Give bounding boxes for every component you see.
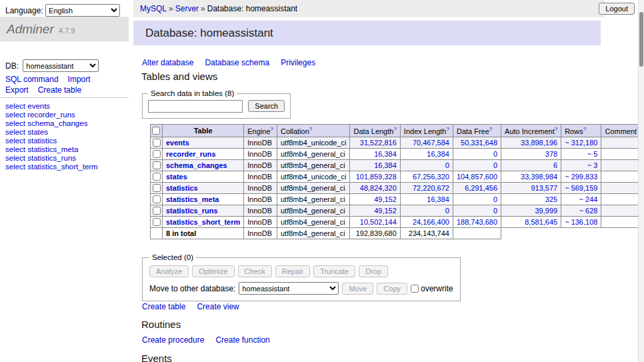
link-create-procedure[interactable]: Create procedure (142, 335, 204, 345)
nav-link-database-schema[interactable]: Database schema (205, 58, 269, 67)
cell-rows-link[interactable]: ~ 299,833 (565, 173, 597, 181)
cell-index-length-link[interactable]: 67,256,320 (413, 173, 449, 181)
help-icon[interactable]: ? (446, 126, 449, 132)
nav-link-alter-database[interactable]: Alter database (142, 58, 193, 67)
cell-rows-link[interactable]: ~ 3 (587, 161, 598, 169)
cell-rows-link[interactable]: ~ 136,108 (565, 218, 597, 226)
cell-index-length-link[interactable]: 70,467,584 (413, 139, 449, 147)
cell-rows-link[interactable]: ~ 244 (579, 195, 598, 203)
sidebar-link-select-statistics-runs[interactable]: select statistics_runs (5, 154, 98, 163)
table-link-events[interactable]: events (166, 139, 189, 147)
repair-button[interactable]: Repair (275, 265, 310, 277)
cell-auto-increment-link[interactable]: 6 (553, 161, 557, 169)
sidebar-link-select-schema-changes[interactable]: select schema_changes (5, 119, 98, 128)
sidebar-action-create-table[interactable]: Create table (38, 85, 81, 95)
language-select[interactable]: English (45, 4, 120, 17)
cell-auto-increment-link[interactable]: 913,577 (531, 184, 557, 192)
cell-index-length-link[interactable]: 24,166,400 (413, 218, 449, 226)
help-icon[interactable]: ? (583, 126, 586, 132)
row-checkbox-statistics_runs[interactable] (153, 207, 161, 215)
cell-auto-increment-link[interactable]: 325 (545, 195, 557, 203)
sidebar-link-select-statistics-short-term[interactable]: select statistics_short_term (5, 163, 98, 171)
cell-auto-increment-link[interactable]: 8,581,645 (525, 218, 557, 226)
app-name[interactable]: Adminer (7, 22, 54, 36)
help-icon[interactable]: ? (393, 126, 396, 132)
scrollbar-thumb[interactable] (639, 12, 643, 67)
truncate-button[interactable]: Truncate (313, 265, 355, 277)
drop-button[interactable]: Drop (359, 265, 388, 277)
help-icon[interactable]: ? (555, 126, 557, 132)
table-link-states[interactable]: states (166, 173, 187, 181)
cell-auto-increment-link[interactable]: 39,999 (535, 207, 558, 215)
logout-button[interactable]: Logout (599, 3, 635, 15)
sidebar-link-select-recorder-runs[interactable]: select recorder_runs (5, 111, 98, 119)
breadcrumb-server-link[interactable]: Server (175, 4, 199, 13)
cell-data-free-link[interactable]: 0 (493, 161, 497, 169)
table-link-statistics_short_term[interactable]: statistics_short_term (166, 218, 240, 226)
cell-data-length-link[interactable]: 101,859,328 (356, 173, 397, 181)
table-link-statistics_meta[interactable]: statistics_meta (166, 195, 219, 203)
search-button[interactable]: Search (248, 100, 285, 112)
row-checkbox-recorder_runs[interactable] (153, 150, 161, 158)
cell-auto-increment-link[interactable]: 33,398,984 (521, 173, 557, 181)
sidebar-action-export[interactable]: Export (5, 85, 29, 95)
sidebar-link-select-states[interactable]: select states (5, 128, 98, 137)
cell-index-length-link[interactable]: 0 (445, 207, 449, 215)
optimize-button[interactable]: Optimize (192, 265, 234, 277)
link-create-table[interactable]: Create table (142, 302, 185, 311)
cell-data-free-link[interactable]: 0 (493, 150, 497, 158)
cell-rows-link[interactable]: ~ 5 (587, 150, 598, 158)
scrollbar[interactable] (638, 0, 644, 362)
breadcrumb-mysql-link[interactable]: MySQL (140, 4, 167, 13)
cell-data-free-link[interactable]: 0 (493, 207, 497, 215)
table-link-schema_changes[interactable]: schema_changes (166, 161, 227, 169)
cell-index-length-link[interactable]: 16,384 (427, 195, 449, 203)
cell-data-length-link[interactable]: 31,522,816 (360, 139, 397, 147)
sidebar-link-select-statistics[interactable]: select statistics (5, 137, 98, 145)
analyze-button[interactable]: Analyze (149, 265, 189, 277)
cell-data-free-link[interactable]: 0 (493, 195, 497, 203)
move-button[interactable]: Move (342, 283, 373, 295)
cell-auto-increment-link[interactable]: 378 (545, 150, 557, 158)
sidebar-link-select-events[interactable]: select events (5, 102, 98, 111)
sidebar-link-select-statistics-meta[interactable]: select statistics_meta (5, 145, 98, 154)
search-input[interactable] (148, 100, 243, 113)
cell-rows-link[interactable]: ~ 312,180 (565, 139, 597, 147)
cell-auto-increment-link[interactable]: 33,898,196 (521, 139, 557, 147)
sidebar-action-import[interactable]: Import (68, 75, 91, 84)
select-all-checkbox[interactable] (152, 127, 160, 135)
db-select[interactable]: homeassistant (23, 59, 99, 72)
check-button[interactable]: Check (238, 265, 272, 277)
link-create-function[interactable]: Create function (215, 335, 269, 345)
cell-data-length-link[interactable]: 16,384 (374, 150, 397, 158)
link-create-view[interactable]: Create view (197, 302, 239, 311)
table-link-recorder_runs[interactable]: recorder_runs (166, 150, 216, 158)
row-checkbox-statistics[interactable] (153, 184, 161, 192)
table-link-statistics[interactable]: statistics (166, 184, 198, 192)
row-checkbox-schema_changes[interactable] (153, 161, 161, 169)
help-icon[interactable]: ? (309, 126, 312, 132)
row-checkbox-statistics_meta[interactable] (153, 195, 161, 203)
row-checkbox-events[interactable] (153, 139, 161, 147)
cell-data-length-link[interactable]: 48,824,320 (360, 184, 397, 192)
cell-data-length-link[interactable]: 49,152 (374, 195, 397, 203)
overwrite-checkbox[interactable] (411, 285, 419, 293)
cell-rows-link[interactable]: ~ 569,159 (565, 184, 597, 192)
cell-index-length-link[interactable]: 72,220,672 (413, 184, 449, 192)
cell-data-length-link[interactable]: 49,152 (374, 207, 397, 215)
help-icon[interactable]: ? (271, 126, 273, 132)
cell-data-free-link[interactable]: 6,291,456 (465, 184, 497, 192)
cell-rows-link[interactable]: ~ 628 (579, 207, 598, 215)
sidebar-action-sql-command[interactable]: SQL command (5, 75, 59, 84)
copy-button[interactable]: Copy (377, 283, 407, 295)
nav-link-privileges[interactable]: Privileges (281, 58, 315, 67)
help-icon[interactable]: ? (489, 126, 492, 132)
move-db-select[interactable]: homeassistant (239, 282, 339, 295)
table-link-statistics_runs[interactable]: statistics_runs (166, 207, 218, 215)
cell-data-free-link[interactable]: 50,331,648 (461, 139, 497, 147)
cell-data-free-link[interactable]: 188,743,680 (457, 218, 497, 226)
row-checkbox-states[interactable] (153, 173, 161, 181)
cell-index-length-link[interactable]: 16,384 (427, 150, 449, 158)
row-checkbox-statistics_short_term[interactable] (153, 218, 161, 226)
cell-index-length-link[interactable]: 0 (445, 161, 449, 169)
